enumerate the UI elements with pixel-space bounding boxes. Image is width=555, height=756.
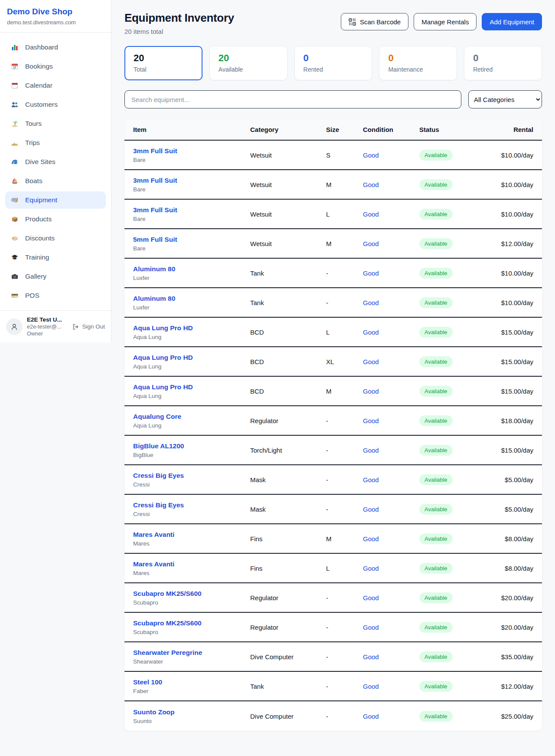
condition-link[interactable]: Good — [363, 535, 379, 542]
item-name-link[interactable]: Suunto Zoop — [133, 708, 250, 716]
condition-link[interactable]: Good — [363, 388, 379, 395]
item-cell: 5mm Full Suit Bare — [133, 236, 250, 252]
condition-link[interactable]: Good — [363, 151, 379, 159]
item-category: BCD — [250, 329, 326, 336]
manage-rentals-button[interactable]: Manage Rentals — [414, 13, 477, 30]
item-name-link[interactable]: Mares Avanti — [133, 531, 250, 539]
sidebar-item-discounts[interactable]: Discounts — [5, 230, 106, 247]
stat-maintenance-label: Maintenance — [388, 66, 448, 73]
item-cell: Mares Avanti Mares — [133, 560, 250, 576]
condition-link[interactable]: Good — [363, 299, 379, 306]
sidebar-item-label: Dashboard — [25, 43, 58, 51]
condition-link[interactable]: Good — [363, 417, 379, 424]
condition-link[interactable]: Good — [363, 683, 379, 690]
item-name-link[interactable]: Aluminum 80 — [133, 265, 250, 273]
sidebar-item-bookings[interactable]: 17 Bookings — [5, 58, 106, 75]
condition-link[interactable]: Good — [363, 506, 379, 513]
sidebar-item-products[interactable]: Products — [5, 210, 106, 228]
item-size: - — [326, 683, 363, 690]
item-name-link[interactable]: 3mm Full Suit — [133, 147, 250, 155]
status-badge: Available — [419, 356, 453, 367]
item-cell: Mares Avanti Mares — [133, 531, 250, 547]
sidebar-item-customers[interactable]: Customers — [5, 96, 106, 113]
item-name-link[interactable]: 3mm Full Suit — [133, 206, 250, 214]
item-name-link[interactable]: Aqua Lung Pro HD — [133, 354, 250, 362]
stat-retired-label: Retired — [473, 66, 533, 73]
condition-link[interactable]: Good — [363, 210, 379, 218]
rental-price: $20.00/day — [491, 594, 533, 602]
item-brand: Luxfer — [133, 275, 250, 281]
item-name-link[interactable]: Cressi Big Eyes — [133, 501, 250, 509]
people-icon — [10, 101, 19, 108]
item-category: Dive Computer — [250, 713, 326, 720]
item-name-link[interactable]: 5mm Full Suit — [133, 236, 250, 243]
condition-link[interactable]: Good — [363, 329, 379, 336]
sidebar-item-equipment[interactable]: Equipment — [5, 191, 106, 209]
sidebar-item-tours[interactable]: Tours — [5, 115, 106, 132]
item-name-link[interactable]: Aluminum 80 — [133, 295, 250, 302]
rental-price: $10.00/day — [491, 210, 533, 218]
table-row: Aluminum 80 Luxfer Tank - Good Available… — [124, 288, 542, 318]
item-category: Regulator — [250, 594, 326, 602]
add-equipment-button[interactable]: Add Equipment — [482, 13, 542, 30]
item-brand: Luxfer — [133, 304, 250, 311]
item-name-link[interactable]: BigBlue AL1200 — [133, 442, 250, 450]
page-title-block: Equipment Inventory 20 items total — [124, 11, 234, 35]
item-name-link[interactable]: Cressi Big Eyes — [133, 472, 250, 480]
item-name-link[interactable]: Steel 100 — [133, 678, 250, 686]
stat-card-retired[interactable]: 0 Retired — [464, 46, 542, 80]
condition-link[interactable]: Good — [363, 476, 379, 483]
condition-link[interactable]: Good — [363, 565, 379, 572]
sign-out-button[interactable]: Sign Out — [72, 323, 105, 330]
category-select[interactable]: All Categories — [468, 90, 542, 108]
condition-link[interactable]: Good — [363, 447, 379, 454]
item-name-link[interactable]: Scubapro MK25/S600 — [133, 619, 250, 627]
item-name-link[interactable]: Aqualung Core — [133, 413, 250, 421]
filters-row: All Categories — [124, 90, 542, 108]
brand-name[interactable]: Demo Dive Shop — [7, 7, 104, 16]
header-actions: Scan Barcode Manage Rentals Add Equipmen… — [341, 13, 542, 30]
condition-link[interactable]: Good — [363, 181, 379, 188]
item-name-link[interactable]: Aqua Lung Pro HD — [133, 383, 250, 391]
sidebar-item-calendar[interactable]: Calendar — [5, 77, 106, 94]
sidebar-item-dive-sites[interactable]: Dive Sites — [5, 153, 106, 171]
status-badge: Available — [419, 563, 453, 574]
stat-card-rented[interactable]: 0 Rented — [294, 46, 372, 80]
condition-link[interactable]: Good — [363, 653, 379, 661]
item-name-link[interactable]: Mares Avanti — [133, 560, 250, 568]
condition-link[interactable]: Good — [363, 713, 379, 720]
stat-card-total[interactable]: 20 Total — [124, 46, 202, 80]
sidebar-item-gallery[interactable]: Gallery — [5, 268, 106, 285]
item-size: M — [326, 181, 363, 188]
sidebar-item-trips[interactable]: Trips — [5, 134, 106, 151]
search-input[interactable] — [124, 90, 461, 108]
column-header-status: Status — [419, 126, 491, 133]
item-name-link[interactable]: 3mm Full Suit — [133, 177, 250, 184]
sidebar-item-boats[interactable]: Boats — [5, 172, 106, 190]
sidebar-item-pos[interactable]: POS — [5, 287, 106, 304]
table-row: 5mm Full Suit Bare Wetsuit M Good Availa… — [124, 229, 542, 259]
condition-link[interactable]: Good — [363, 270, 379, 277]
stat-retired-value: 0 — [473, 53, 533, 64]
item-name-link[interactable]: Aqua Lung Pro HD — [133, 324, 250, 332]
condition-link[interactable]: Good — [363, 358, 379, 365]
condition-link[interactable]: Good — [363, 594, 379, 602]
wave-icon — [10, 158, 19, 166]
sidebar-item-label: Calendar — [25, 82, 52, 89]
item-cell: Aqua Lung Pro HD Aqua Lung — [133, 354, 250, 370]
table-row: Cressi Big Eyes Cressi Mask - Good Avail… — [124, 465, 542, 495]
sidebar-item-dashboard[interactable]: Dashboard — [5, 39, 106, 56]
sidebar-item-training[interactable]: Training — [5, 249, 106, 266]
svg-text:17: 17 — [13, 66, 16, 69]
table-row: Scubapro MK25/S600 Scubapro Regulator - … — [124, 613, 542, 642]
condition-link[interactable]: Good — [363, 240, 379, 247]
item-category: Fins — [250, 535, 326, 542]
condition-link[interactable]: Good — [363, 624, 379, 631]
item-name-link[interactable]: Scubapro MK25/S600 — [133, 590, 250, 598]
rental-price: $12.00/day — [491, 240, 533, 247]
scan-barcode-button[interactable]: Scan Barcode — [341, 13, 408, 30]
stat-card-available[interactable]: 20 Available — [209, 46, 287, 80]
stat-card-maintenance[interactable]: 0 Maintenance — [379, 46, 457, 80]
item-name-link[interactable]: Shearwater Peregrine — [133, 649, 250, 657]
sign-out-label: Sign Out — [82, 323, 105, 330]
